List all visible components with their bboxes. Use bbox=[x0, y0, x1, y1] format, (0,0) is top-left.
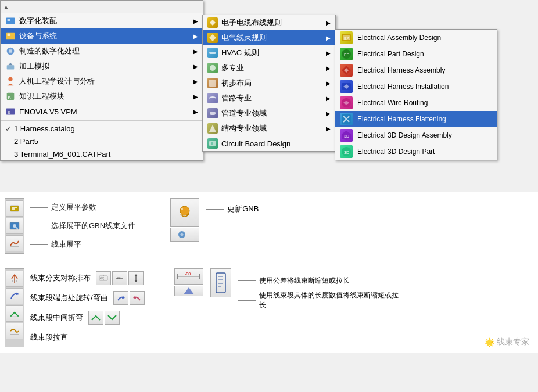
update-gnb-sub-btn[interactable] bbox=[170, 228, 199, 242]
menu-item-device[interactable]: 设备与系统 ▶ bbox=[1, 28, 203, 44]
l2-arrow-0-icon: ▶ bbox=[326, 20, 331, 26]
menu-l2-item-8-label: Circuit Board Design bbox=[221, 139, 331, 148]
enovia-arrow-icon: ▶ bbox=[193, 109, 198, 115]
menu-l3-item-6[interactable]: 3D Electrical 3D Design Assembly bbox=[335, 127, 497, 143]
l2-arrow-2-icon: ▶ bbox=[326, 50, 331, 56]
svg-rect-16 bbox=[210, 112, 216, 115]
menu-l3-item-4-label: Electrical Wire Routing bbox=[357, 99, 492, 107]
svg-rect-13 bbox=[209, 52, 216, 54]
rotate-bend-btn[interactable] bbox=[6, 288, 23, 304]
menu-l3-item-5[interactable]: Electrical Harness Flattening bbox=[335, 111, 497, 127]
menu-l3-item-7[interactable]: 3D Electrical 3D Design Part bbox=[335, 143, 497, 160]
human-icon bbox=[5, 76, 16, 87]
menu-recent-2[interactable]: ✓ 2 Part5 bbox=[1, 135, 203, 148]
select-gbn-btn[interactable] bbox=[6, 218, 23, 234]
menu-l2-item-4[interactable]: 初步布局 ▶ bbox=[203, 75, 335, 91]
menu-item-machine[interactable]: 加工模拟 ▶ bbox=[1, 59, 203, 74]
menu-recent-3[interactable]: ✓ 3 Terminal_M6_001.CATPart bbox=[1, 148, 203, 160]
menu-l2-item-5[interactable]: 管路专业 ▶ bbox=[203, 91, 335, 106]
l2-layout-icon bbox=[207, 78, 218, 88]
tolerance-btn[interactable]: -00 bbox=[174, 268, 203, 285]
l3-ewr-icon bbox=[340, 96, 353, 109]
top-toolbar-section: 定义展平参数 选择展平的GBN线束文件 线束展平 bbox=[5, 198, 531, 254]
bottom-panel: 定义展平参数 选择展平的GBN线束文件 线束展平 bbox=[0, 192, 538, 353]
fold-btn-2[interactable] bbox=[105, 311, 120, 325]
menu-area: ▲ 数字化装配 ▶ 设备与系统 ▶ 制造的数字化处理 ▶ bbox=[0, 0, 538, 192]
menu-l3-item-2[interactable]: Electrical Harness Assembly bbox=[335, 62, 497, 78]
svg-marker-42 bbox=[16, 292, 19, 295]
define-params-btn[interactable] bbox=[6, 200, 23, 217]
l3-e3a-icon: 3D bbox=[340, 129, 353, 142]
menu-item-digital[interactable]: 数字化装配 ▶ bbox=[1, 13, 203, 28]
l2-multi-icon bbox=[207, 63, 218, 73]
menu-l2-item-1[interactable]: 电气线束规则 ▶ bbox=[203, 30, 335, 45]
menu-l2-item-2[interactable]: HVAC 规则 ▶ bbox=[203, 45, 335, 60]
svg-text:3D: 3D bbox=[344, 150, 349, 154]
menu-item-human[interactable]: 人机工程学设计与分析 ▶ bbox=[1, 74, 203, 89]
menu-l2-item-8[interactable]: Circuit Board Design bbox=[203, 136, 335, 151]
menu-l3-item-7-label: Electrical 3D Design Part bbox=[357, 148, 492, 156]
dash3-icon bbox=[30, 244, 48, 245]
sym-btn-3[interactable] bbox=[128, 271, 144, 285]
rotate-btn-2[interactable] bbox=[130, 291, 145, 305]
l3-ehi-icon bbox=[340, 80, 353, 93]
flatten-btn[interactable] bbox=[6, 235, 23, 251]
l2-arrow-5-icon: ▶ bbox=[326, 95, 331, 102]
branch-sym-btn[interactable] bbox=[6, 271, 23, 287]
svg-rect-15 bbox=[209, 80, 216, 87]
sym-btn-1[interactable]: 中 bbox=[96, 271, 111, 285]
fold-btn-1[interactable] bbox=[88, 311, 103, 325]
update-gnb-label-area: 更新GNB bbox=[206, 198, 259, 214]
menu-item-knowledge[interactable]: K 知识工程模块 ▶ bbox=[1, 89, 203, 104]
dash-icon bbox=[30, 207, 48, 208]
tolerance-label-row: 使用公差将线束断缩短或拉长 bbox=[238, 271, 404, 290]
menu-l2-item-2-label: HVAC 规则 bbox=[221, 48, 326, 58]
watermark: 🌟 线束专家 bbox=[485, 337, 529, 347]
menu-l2-item-0[interactable]: 电子电缆布线规则 ▶ bbox=[203, 15, 335, 30]
menu-level1: ▲ 数字化装配 ▶ 设备与系统 ▶ 制造的数字化处理 ▶ bbox=[0, 0, 203, 161]
l3-ehf-icon bbox=[340, 113, 353, 125]
rotate-inline-btns bbox=[113, 291, 145, 305]
sym-btn-2[interactable]: 平 bbox=[112, 271, 127, 285]
menu-item-manufacture[interactable]: 制造的数字化处理 ▶ bbox=[1, 44, 203, 59]
rotate-btn-1[interactable] bbox=[113, 291, 128, 305]
menu-item-knowledge-label: 知识工程模块 bbox=[19, 91, 193, 102]
menu-item-enovia[interactable]: E ENOVIA V5 VPM ▶ bbox=[1, 104, 203, 119]
tolerance-dash-icon bbox=[238, 280, 256, 281]
menu-l2-item-3-label: 多专业 bbox=[221, 63, 326, 73]
l3-eha-icon bbox=[340, 64, 353, 77]
length-btn[interactable] bbox=[210, 268, 231, 297]
tolerance-icon-group: -00 bbox=[174, 268, 203, 296]
menu-l3-item-3[interactable]: Electrical Harness Installation bbox=[335, 78, 497, 95]
tool-labels-section1: 定义展平参数 选择展平的GBN线束文件 线束展平 bbox=[30, 198, 135, 254]
menu-item-manufacture-label: 制造的数字化处理 bbox=[19, 46, 193, 56]
l2-arrow-6-icon: ▶ bbox=[326, 110, 331, 117]
menu-l2-item-6[interactable]: 管道专业领域 ▶ bbox=[203, 106, 335, 121]
straighten-row: 线束段拉直 bbox=[30, 328, 145, 347]
digital-icon bbox=[5, 16, 16, 26]
menu-l2-item-7[interactable]: 结构专业领域 ▶ bbox=[203, 121, 335, 136]
length-label: 使用线束段具体的长度数值将线束断缩短或拉长 bbox=[259, 290, 404, 310]
menu-l3-item-4[interactable]: Electrical Wire Routing bbox=[335, 95, 497, 111]
fold-inline-btns bbox=[88, 311, 120, 325]
straighten-btn[interactable] bbox=[6, 323, 23, 339]
menu-separator bbox=[1, 120, 203, 121]
update-gnb-btn[interactable] bbox=[170, 198, 199, 227]
menu-level2: 电子电缆布线规则 ▶ 电气线束规则 ▶ HVAC 规则 ▶ 多专业 ▶ bbox=[202, 15, 336, 152]
svg-text:-00: -00 bbox=[185, 272, 191, 276]
menu-level3: EA Electrical Assembly Design EP Electri… bbox=[335, 29, 497, 160]
knowledge-icon: K bbox=[5, 91, 16, 102]
menu-recent-1[interactable]: ✓ 1 Harness.catalog bbox=[1, 122, 203, 135]
svg-marker-59 bbox=[184, 287, 194, 294]
l2-arrow-7-icon: ▶ bbox=[326, 125, 331, 132]
select-gbn-label: 选择展平的GBN线束文件 bbox=[51, 221, 135, 231]
menu-l3-item-5-label: Electrical Harness Flattening bbox=[357, 115, 492, 123]
menu-l3-item-1[interactable]: EP Electrical Part Design bbox=[335, 46, 497, 62]
l2-pipe-icon bbox=[207, 93, 218, 103]
tolerance-sub-btn[interactable] bbox=[174, 286, 203, 296]
menu-l3-item-0[interactable]: EA Electrical Assembly Design bbox=[335, 30, 497, 46]
mid-bend-btn[interactable] bbox=[6, 305, 23, 322]
svg-rect-6 bbox=[7, 65, 15, 69]
menu-l2-item-3[interactable]: 多专业 ▶ bbox=[203, 60, 335, 75]
watermark-text: 线束专家 bbox=[497, 337, 529, 347]
